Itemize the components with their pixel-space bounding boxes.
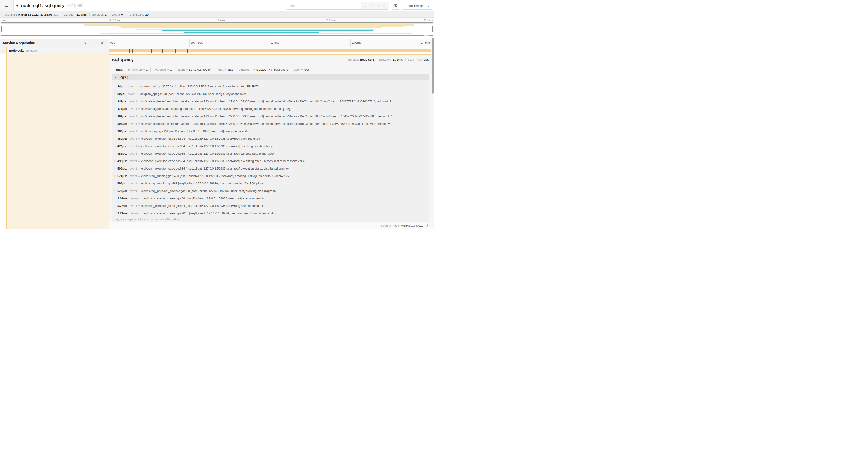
log-field-key: event (129, 137, 137, 140)
log-row[interactable]: ›574μs:event=‹sql/distsql_running.go:142… (112, 172, 429, 179)
log-field-value: ‹sql/conn_executor_exec.go:684 [nsql1,cl… (141, 167, 289, 170)
chevron-right-icon: › (114, 159, 117, 163)
meta-divider (405, 58, 406, 61)
log-row[interactable]: ›142μs:event=‹sql/catalog/lease/descript… (112, 97, 429, 105)
summary-value: 10 (145, 13, 149, 16)
log-row[interactable]: ›502μs:event=‹sql/conn_executor_exec.go:… (112, 165, 429, 172)
logs-list: ›34μs:event=‹sql/exec_util.go:2297 [nsql… (112, 80, 429, 217)
chevron-right-icon: › (114, 182, 117, 185)
span-row-timeline-cell (109, 47, 431, 54)
view-selector-button[interactable]: Trace Timeline ∨ (402, 2, 432, 9)
log-timestamp: 80μs: (117, 92, 125, 96)
log-row[interactable]: ›2.69ms:event=‹sql/conn_executor_exec.go… (112, 195, 429, 202)
find-prev-icon[interactable]: ∧ (371, 4, 374, 7)
log-field-value: ‹sql/conn_executor_exec.go:684 [nsql1,cl… (141, 137, 261, 140)
collapse-trace-chevron-icon[interactable]: ∨ (16, 4, 19, 7)
log-row[interactable]: ›495μs:event=‹sql/conn_executor_exec.go:… (112, 157, 429, 165)
chevron-right-icon: › (114, 122, 117, 125)
back-button[interactable]: ← (0, 0, 13, 11)
log-timestamp: 2.69ms: (117, 197, 129, 200)
minimap-span-bar (162, 30, 373, 31)
minimap-left-scrubber[interactable] (1, 26, 2, 32)
minimap-span-bar (84, 25, 414, 26)
log-field-value: ‹sql/conn_executor_exec.go:684 [nsql1,cl… (141, 204, 264, 207)
log-field-key: event (129, 144, 137, 148)
log-equals: = (140, 197, 142, 200)
log-row[interactable]: ›366μs:event=‹sql/plan_opt.go:358 [nsql1… (112, 127, 429, 135)
tag-item: statement=SELECT * FROM users (239, 68, 288, 71)
log-marker-tick (187, 48, 188, 53)
log-marker-tick (165, 48, 165, 53)
expand-all-icon[interactable]: » (101, 41, 103, 44)
minimap-span-bar (121, 27, 381, 28)
log-row[interactable]: ›459μs:event=‹sql/conn_executor_exec.go:… (112, 135, 429, 142)
tag-key: _verbose (154, 68, 166, 71)
log-equals: = (138, 159, 140, 163)
chevron-right-icon: › (113, 68, 114, 71)
tag-value: SELECT * FROM users (256, 68, 288, 71)
log-row[interactable]: ›486μs:event=‹sql/conn_executor_exec.go:… (112, 150, 429, 157)
chevron-down-icon: ∨ (427, 4, 430, 7)
log-field-value: ‹sql/distsql_running.go:1420 [nsql1,clie… (141, 174, 289, 178)
column-resizer-grip[interactable] (106, 44, 108, 46)
log-row[interactable]: ›189μs:event=‹sql/catalog/lease/descript… (112, 112, 429, 120)
log-timestamp: 495μs: (117, 159, 127, 163)
tag-divider (175, 67, 175, 72)
find-box: ∧ ∨ ✕ (286, 2, 389, 9)
find-input[interactable] (286, 2, 361, 9)
deep-link-icon[interactable] (426, 224, 429, 227)
timeline-ruler-label: 2.09ms (352, 41, 361, 44)
log-row[interactable]: ›201μs:event=‹sql/catalog/lease/descript… (112, 120, 429, 127)
locate-icon[interactable] (365, 4, 368, 8)
log-row[interactable]: ›2.7ms:event=‹sql/conn_executor_exec.go:… (112, 202, 429, 209)
span-row-name-cell[interactable]: ∨ node sql1sql query (0, 47, 109, 54)
tag-value: 127.0.0.1:59936 (189, 68, 211, 71)
tag-value: root (304, 68, 309, 71)
log-field-key: event (128, 85, 135, 88)
chevron-right-icon: › (114, 107, 117, 110)
log-field-key: event (129, 100, 137, 103)
timeline-header-row: Service & Operation ∨ › » » 0μs697.75μs1… (0, 39, 431, 47)
span-row: ∨ node sql1sql query (0, 47, 431, 54)
tag-equals: = (253, 68, 255, 71)
tag-value: sql1 (227, 68, 233, 71)
log-marker-tick (129, 48, 130, 53)
minimap-canvas[interactable] (1, 22, 433, 36)
log-timestamp: 597μs: (117, 182, 127, 185)
minimap-span-bar (1, 23, 433, 24)
scrollbar-thumb[interactable] (432, 38, 434, 94)
tags-row[interactable]: › Tags: _unfinished=1_verbose=1client=12… (112, 65, 429, 74)
collapse-all-icon[interactable]: » (95, 42, 98, 44)
chevron-right-icon: › (114, 204, 117, 207)
log-row[interactable]: ›476μs:event=‹sql/conn_executor_exec.go:… (112, 142, 429, 150)
log-timestamp: 502μs: (117, 167, 127, 170)
expand-one-icon[interactable]: › (91, 41, 92, 44)
collapse-one-icon[interactable]: ∨ (84, 41, 86, 44)
minimap-ruler: 0μs697.75μs1.4ms2.09ms2.79ms (0, 18, 434, 22)
log-row[interactable]: ›678μs:event=‹sql/distsql_physical_plann… (112, 187, 429, 195)
service-color-bar (6, 54, 7, 230)
find-next-icon[interactable]: ∨ (377, 4, 379, 7)
log-marker-tick (131, 48, 131, 53)
tag-value: 1 (170, 68, 172, 71)
span-meta-label: Service: (348, 58, 359, 61)
chevron-right-icon: › (114, 137, 117, 140)
find-clear-icon[interactable]: ✕ (383, 4, 385, 7)
logs-header[interactable]: ∨ Logs (18) (112, 74, 429, 80)
log-row[interactable]: ›2.79ms:event=‹sql/conn_executor_exec.go… (112, 209, 429, 217)
log-field-value: ‹sql/plan_opt.go:358 [nsql1,client=127.0… (139, 92, 247, 96)
keyboard-shortcuts-button[interactable]: ⌘ (391, 2, 400, 9)
log-row[interactable]: ›80μs:event=‹sql/plan_opt.go:358 [nsql1,… (112, 90, 429, 97)
vertical-scrollbar[interactable] (431, 36, 434, 230)
timeline-ruler-tick (350, 39, 351, 47)
tag-key: statement (239, 68, 252, 71)
minimap-right-scrubber[interactable] (432, 26, 433, 32)
chevron-down-icon[interactable]: ∨ (2, 49, 4, 52)
log-row[interactable]: ›597μs:event=‹sql/distsql_running.go:498… (112, 179, 429, 187)
minimap-ruler-label: 697.75μs (110, 19, 120, 22)
log-timestamp: 176μs: (117, 107, 127, 110)
log-row[interactable]: ›34μs:event=‹sql/exec_util.go:2297 [nsql… (112, 83, 429, 90)
tag-item: _verbose=1 (154, 68, 172, 71)
log-row[interactable]: ›176μs:event=‹sql/catalog/descs/descript… (112, 105, 429, 112)
log-equals: = (138, 167, 140, 170)
